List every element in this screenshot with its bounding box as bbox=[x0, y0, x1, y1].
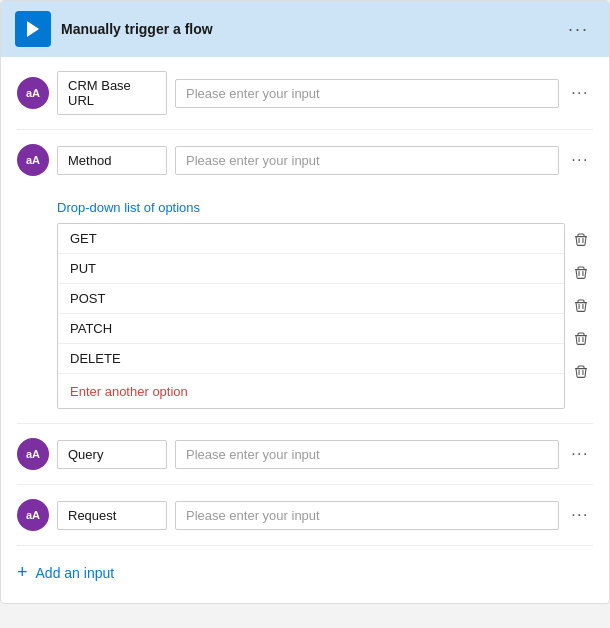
option-row-delete: DELETE bbox=[58, 344, 564, 374]
svg-rect-10 bbox=[579, 337, 580, 342]
query-row: aA Query ··· bbox=[17, 424, 593, 485]
delete-patch-button[interactable] bbox=[569, 322, 593, 355]
method-row: aA Method ··· bbox=[17, 130, 593, 190]
method-label: Method bbox=[57, 146, 167, 175]
trigger-card: Manually trigger a flow ··· aA CRM Base … bbox=[0, 0, 610, 604]
enter-option-link[interactable]: Enter another option bbox=[70, 384, 188, 399]
request-avatar: aA bbox=[17, 499, 49, 531]
query-menu-button[interactable]: ··· bbox=[567, 443, 593, 465]
svg-rect-1 bbox=[579, 238, 580, 243]
dropdown-section-label: Drop-down list of options bbox=[57, 200, 593, 215]
option-delete-text: DELETE bbox=[58, 344, 564, 373]
trigger-icon bbox=[15, 11, 51, 47]
delete-post-button[interactable] bbox=[569, 289, 593, 322]
header-menu-button[interactable]: ··· bbox=[562, 17, 595, 42]
option-row-patch: PATCH bbox=[58, 314, 564, 344]
card-body: aA CRM Base URL ··· aA Method ··· Drop-d… bbox=[1, 57, 609, 603]
svg-rect-7 bbox=[579, 304, 580, 309]
svg-rect-8 bbox=[582, 304, 583, 309]
header-left: Manually trigger a flow bbox=[15, 11, 213, 47]
options-with-icons: GET PUT POST PATCH DELETE bbox=[57, 223, 593, 409]
add-plus-icon: + bbox=[17, 562, 28, 583]
svg-rect-11 bbox=[582, 337, 583, 342]
card-title: Manually trigger a flow bbox=[61, 21, 213, 37]
request-menu-button[interactable]: ··· bbox=[567, 504, 593, 526]
option-post-text: POST bbox=[58, 284, 564, 313]
svg-rect-3 bbox=[575, 269, 587, 270]
svg-rect-0 bbox=[575, 236, 587, 237]
add-input-button[interactable]: Add an input bbox=[36, 565, 115, 581]
option-row-put: PUT bbox=[58, 254, 564, 284]
request-label: Request bbox=[57, 501, 167, 530]
svg-rect-9 bbox=[575, 335, 587, 336]
request-input[interactable] bbox=[175, 501, 559, 530]
svg-rect-4 bbox=[579, 271, 580, 276]
card-header: Manually trigger a flow ··· bbox=[1, 1, 609, 57]
option-patch-text: PATCH bbox=[58, 314, 564, 343]
svg-rect-12 bbox=[575, 368, 587, 369]
crm-base-url-avatar: aA bbox=[17, 77, 49, 109]
crm-base-url-input[interactable] bbox=[175, 79, 559, 108]
crm-base-url-menu-button[interactable]: ··· bbox=[567, 82, 593, 104]
method-menu-button[interactable]: ··· bbox=[567, 149, 593, 171]
svg-rect-14 bbox=[582, 370, 583, 375]
svg-rect-13 bbox=[579, 370, 580, 375]
options-table-wrap: GET PUT POST PATCH DELETE bbox=[57, 223, 565, 409]
svg-rect-5 bbox=[582, 271, 583, 276]
delete-get-button[interactable] bbox=[569, 223, 593, 256]
add-input-row: + Add an input bbox=[17, 546, 593, 587]
request-row: aA Request ··· bbox=[17, 485, 593, 546]
dropdown-section: Drop-down list of options GET PUT POST bbox=[17, 190, 593, 424]
delete-put-button[interactable] bbox=[569, 256, 593, 289]
options-table: GET PUT POST PATCH DELETE bbox=[57, 223, 565, 409]
delete-icons-col bbox=[569, 223, 593, 388]
query-avatar: aA bbox=[17, 438, 49, 470]
delete-delete-button[interactable] bbox=[569, 355, 593, 388]
crm-base-url-row: aA CRM Base URL ··· bbox=[17, 57, 593, 130]
svg-rect-2 bbox=[582, 238, 583, 243]
method-avatar: aA bbox=[17, 144, 49, 176]
query-label: Query bbox=[57, 440, 167, 469]
svg-rect-6 bbox=[575, 302, 587, 303]
option-get-text: GET bbox=[58, 224, 564, 253]
option-put-text: PUT bbox=[58, 254, 564, 283]
enter-option-row: Enter another option bbox=[58, 374, 564, 408]
query-input[interactable] bbox=[175, 440, 559, 469]
method-input[interactable] bbox=[175, 146, 559, 175]
crm-base-url-label: CRM Base URL bbox=[57, 71, 167, 115]
option-row-post: POST bbox=[58, 284, 564, 314]
option-row-get: GET bbox=[58, 224, 564, 254]
